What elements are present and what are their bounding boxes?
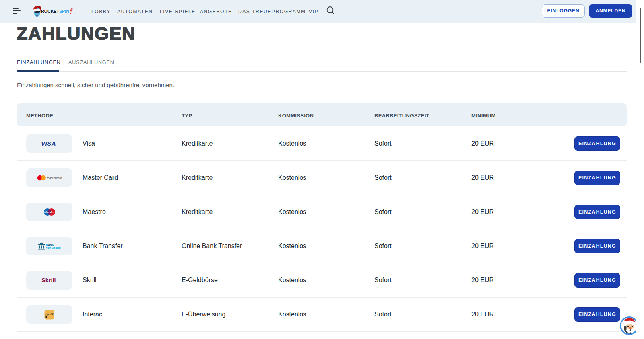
svg-text:Maestro: Maestro <box>44 211 54 214</box>
svg-text:VISA: VISA <box>41 140 56 147</box>
svg-text:mastercard: mastercard <box>47 176 62 180</box>
svg-text:BANK: BANK <box>46 244 54 247</box>
svg-text:Skrill: Skrill <box>41 277 56 284</box>
svg-text:TRANSFER: TRANSFER <box>46 247 61 250</box>
